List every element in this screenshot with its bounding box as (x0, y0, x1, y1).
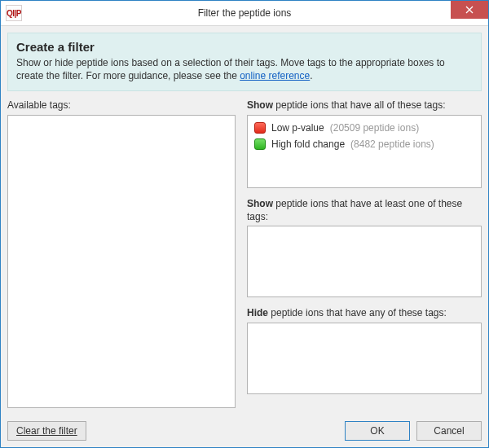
show-any-listbox[interactable] (247, 226, 482, 297)
tag-row[interactable]: Low p-value(20509 peptide ions) (254, 121, 474, 137)
tag-name: Low p-value (271, 122, 324, 134)
hide-label: Hide peptide ions that have any of these… (247, 307, 482, 320)
tag-count: (8482 peptide ions) (350, 138, 434, 150)
show-all-rest: peptide ions that have all of these tags… (273, 99, 445, 111)
info-panel: Create a filter Show or hide peptide ion… (7, 33, 482, 91)
dialog-content: Create a filter Show or hide peptide ion… (1, 26, 488, 415)
window-title: Filter the peptide ions (1, 7, 488, 19)
app-icon: QI|P (6, 5, 22, 21)
info-body: Show or hide peptide ions based on a sel… (16, 56, 473, 82)
online-reference-link[interactable]: online reference (240, 70, 310, 81)
info-text-after: . (310, 70, 312, 81)
info-heading: Create a filter (16, 40, 473, 54)
show-all-listbox[interactable]: Low p-value(20509 peptide ions)High fold… (247, 115, 482, 188)
tag-name: High fold change (271, 138, 345, 150)
tag-swatch-icon (254, 138, 266, 150)
show-any-prefix: Show (247, 198, 273, 209)
clear-filter-button[interactable]: Clear the filter (7, 421, 86, 441)
title-bar: QI|P Filter the peptide ions (1, 1, 488, 26)
dialog-window: QI|P Filter the peptide ions Create a fi… (0, 0, 489, 448)
tag-row[interactable]: High fold change(8482 peptide ions) (254, 137, 474, 153)
show-any-rest: peptide ions that have at least one of t… (247, 198, 462, 222)
show-any-label: Show peptide ions that have at least one… (247, 198, 482, 223)
cancel-button[interactable]: Cancel (416, 421, 482, 441)
tag-swatch-icon (254, 122, 266, 134)
show-all-label: Show peptide ions that have all of these… (247, 99, 482, 112)
filter-column: Show peptide ions that have all of these… (247, 99, 482, 408)
available-column: Available tags: (7, 99, 236, 408)
columns: Available tags: Show peptide ions that h… (7, 99, 482, 408)
available-tags-listbox[interactable] (7, 115, 236, 408)
close-button[interactable] (451, 1, 488, 19)
show-all-prefix: Show (247, 99, 273, 111)
dialog-footer: Clear the filter OK Cancel (1, 415, 488, 447)
hide-listbox[interactable] (247, 323, 482, 394)
hide-rest: peptide ions that have any of these tags… (268, 307, 447, 318)
hide-prefix: Hide (247, 307, 268, 318)
ok-button[interactable]: OK (345, 421, 410, 441)
tag-count: (20509 peptide ions) (330, 122, 419, 134)
close-icon (465, 6, 474, 14)
info-text-before: Show or hide peptide ions based on a sel… (16, 57, 445, 81)
available-tags-label: Available tags: (7, 99, 236, 112)
